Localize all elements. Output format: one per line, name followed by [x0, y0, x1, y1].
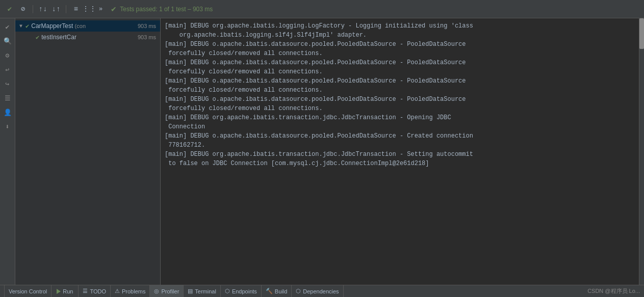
console-wrapper: [main] DEBUG org.apache.ibatis.logging.L…	[161, 18, 644, 285]
version-control-tab[interactable]: Version Control	[4, 285, 51, 297]
version-control-label: Version Control	[9, 288, 47, 294]
log-line: forcefully closed/removed all connection…	[165, 86, 635, 95]
log-line: org.apache.ibatis.logging.slf4j.Slf4jImp…	[165, 31, 635, 40]
terminal-tab[interactable]: ▤ Terminal	[184, 285, 221, 297]
terminal-label: Terminal	[195, 288, 216, 294]
separator-2	[66, 5, 66, 13]
sidebar-back-icon[interactable]: ↩	[1, 63, 14, 76]
dependencies-tab[interactable]: ⬡ Dependencies	[292, 285, 343, 297]
sidebar-search-icon[interactable]: 🔍	[1, 35, 14, 48]
log-line: forcefully closed/removed all connection…	[165, 49, 635, 58]
build-icon: 🔨	[266, 288, 273, 294]
left-sidebar: ✔ 🔍 ⚙ ↩ ↪ ☰ 👤 ⬇	[0, 18, 15, 285]
profiler-icon: ◎	[154, 288, 159, 294]
terminal-icon: ▤	[188, 288, 193, 294]
problems-tab[interactable]: ⚠ Problems	[111, 285, 150, 297]
log-line: [main] DEBUG org.apache.ibatis.transacti…	[165, 150, 635, 159]
profiler-label: Profiler	[161, 288, 179, 294]
endpoints-tab[interactable]: ⬡ Endpoints	[221, 285, 262, 297]
todo-tab[interactable]: ☰ TODO	[79, 285, 111, 297]
left-panel: ▼ ✔ CarMapperTest (con 903 ms ✔ testInse…	[15, 18, 161, 285]
sidebar-menu-icon[interactable]: ☰	[1, 92, 14, 105]
tree-item-root[interactable]: ▼ ✔ CarMapperTest (con 903 ms	[15, 20, 160, 32]
log-line: [main] DEBUG o.apache.ibatis.datasource.…	[165, 131, 635, 141]
run-label: Run	[63, 288, 73, 294]
status-check-icon: ✔	[111, 5, 117, 13]
tree-check-child-0: ✔	[36, 34, 39, 41]
sidebar-gear-icon[interactable]: ⚙	[1, 49, 14, 62]
sort-desc-icon[interactable]: ↓↑	[50, 4, 62, 15]
todo-label: TODO	[90, 288, 106, 294]
list-icon[interactable]: ≡	[70, 4, 82, 15]
main-content: ✔ 🔍 ⚙ ↩ ↪ ☰ 👤 ⬇ ▼ ✔ CarMapperTest (con 9…	[0, 18, 644, 285]
todo-icon: ☰	[83, 288, 88, 294]
sort-asc-icon[interactable]: ↑↓	[37, 4, 48, 15]
sidebar-down-icon[interactable]: ⬇	[1, 120, 14, 133]
tree-duration-root: 903 ms	[138, 23, 156, 29]
run-triangle-icon	[57, 289, 61, 294]
tree-duration-child-0: 903 ms	[138, 34, 156, 40]
status-bar-right: CSDN @程序员 Lo...	[587, 287, 640, 295]
log-line: [main] DEBUG o.apache.ibatis.datasource.…	[165, 58, 635, 67]
tree-label-child-0: testInsertCar	[41, 34, 136, 41]
log-line: [main] DEBUG o.apache.ibatis.datasource.…	[165, 40, 635, 49]
endpoints-icon: ⬡	[225, 288, 230, 294]
log-line: to false on JDBC Connection [com.mysql.c…	[165, 159, 635, 168]
toolbar-icons: ✔ ⊘ ↑↓ ↓↑ ≡ ⋮⋮ »	[4, 4, 105, 15]
log-line: forcefully closed/removed all connection…	[165, 104, 635, 113]
log-line: [main] DEBUG o.apache.ibatis.datasource.…	[165, 95, 635, 104]
sidebar-check-icon[interactable]: ✔	[1, 20, 14, 34]
tree-item-child-0[interactable]: ✔ testInsertCar 903 ms	[15, 32, 160, 43]
status-bar: Version Control Run ☰ TODO ⚠ Problems ◎ …	[0, 285, 644, 297]
endpoints-label: Endpoints	[232, 288, 257, 294]
check-icon[interactable]: ✔	[4, 4, 15, 15]
test-status-text: Tests passed: 1 of 1 test – 903 ms	[120, 6, 213, 13]
log-line: forcefully closed/removed all connection…	[165, 67, 635, 76]
columns-icon[interactable]: ⋮⋮	[84, 4, 95, 15]
block-icon[interactable]: ⊘	[17, 4, 29, 15]
problems-label: Problems	[122, 288, 145, 294]
log-line: [main] DEBUG o.apache.ibatis.datasource.…	[165, 76, 635, 86]
run-tab[interactable]: Run	[51, 285, 79, 297]
sidebar-user-icon[interactable]: 👤	[1, 106, 14, 119]
build-label: Build	[275, 288, 287, 294]
more-button[interactable]: »	[97, 5, 105, 14]
tree-label-root: CarMapperTest (con	[31, 22, 136, 30]
problems-icon: ⚠	[115, 288, 120, 294]
scrollbar-track[interactable]	[639, 18, 644, 285]
tree-panel: ▼ ✔ CarMapperTest (con 903 ms ✔ testInse…	[15, 18, 160, 285]
tree-check-root: ✔	[25, 22, 29, 30]
separator-1	[33, 5, 33, 13]
test-status: ✔ Tests passed: 1 of 1 test – 903 ms	[111, 5, 213, 13]
log-line: [main] DEBUG org.apache.ibatis.transacti…	[165, 113, 635, 122]
log-line: Connection	[165, 122, 635, 131]
console-area[interactable]: [main] DEBUG org.apache.ibatis.logging.L…	[161, 18, 639, 285]
sidebar-forward-icon[interactable]: ↪	[1, 77, 14, 91]
build-tab[interactable]: 🔨 Build	[262, 285, 292, 297]
log-line: 778162712.	[165, 141, 635, 150]
log-line: [main] DEBUG org.apache.ibatis.logging.L…	[165, 21, 635, 31]
top-toolbar: ✔ ⊘ ↑↓ ↓↑ ≡ ⋮⋮ » ✔ Tests passed: 1 of 1 …	[0, 0, 644, 18]
dependencies-icon: ⬡	[296, 288, 301, 294]
scrollbar-thumb[interactable]	[639, 18, 644, 49]
tree-arrow-root: ▼	[19, 23, 25, 29]
profiler-tab[interactable]: ◎ Profiler	[150, 285, 184, 297]
dependencies-label: Dependencies	[303, 288, 339, 294]
csdn-watermark: CSDN @程序员 Lo...	[587, 287, 640, 295]
